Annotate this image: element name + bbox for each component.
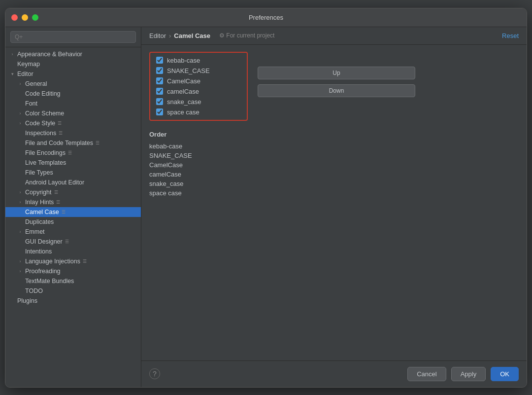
sidebar-item-code-editing[interactable]: Code Editing xyxy=(5,89,141,99)
checkbox-group: kebab-caseSNAKE_CASECamelCasecamelCasesn… xyxy=(149,52,248,121)
sidebar-item-keymap[interactable]: Keymap xyxy=(5,59,141,69)
sidebar-item-label: Copyright xyxy=(25,189,52,196)
breadcrumb-parent: Editor xyxy=(149,32,166,39)
sidebar-item-copyright[interactable]: Copyright xyxy=(5,187,141,197)
up-button[interactable]: Up xyxy=(258,67,415,79)
settings-icon xyxy=(66,149,73,156)
maximize-button[interactable] xyxy=(32,14,38,21)
sidebar-item-plugins[interactable]: Plugins xyxy=(5,296,141,306)
checkbox-space-case[interactable] xyxy=(156,108,163,115)
reset-button[interactable]: Reset xyxy=(502,32,519,39)
down-button[interactable]: Down xyxy=(258,84,415,97)
help-button[interactable]: ? xyxy=(149,368,160,379)
settings-icon xyxy=(94,140,101,146)
chevron-icon xyxy=(17,110,23,116)
checkbox-item-snake-case-upper[interactable]: SNAKE_CASE xyxy=(156,67,241,74)
close-button[interactable] xyxy=(11,14,18,21)
sidebar-item-label: Color Scheme xyxy=(25,110,64,117)
sidebar-item-camel-case[interactable]: Camel Case xyxy=(5,207,141,217)
checkbox-snake-case-lower[interactable] xyxy=(156,98,163,105)
checkbox-item-snake-case-lower[interactable]: snake_case xyxy=(156,98,241,106)
sidebar-item-label: Appearance & Behavior xyxy=(17,51,82,58)
order-buttons: Up Down xyxy=(258,67,519,97)
sidebar-item-gui-designer[interactable]: GUI Designer xyxy=(5,237,141,247)
sidebar-item-file-code-templates[interactable]: File and Code Templates xyxy=(5,138,141,148)
sidebar-item-label: Font xyxy=(25,100,37,107)
settings-icon xyxy=(57,130,64,137)
sidebar-item-proofreading[interactable]: Proofreading xyxy=(5,266,141,276)
checkbox-kebab-case[interactable] xyxy=(156,57,163,64)
checkbox-camel-case-upper[interactable] xyxy=(156,77,163,84)
sidebar-item-label: Proofreading xyxy=(25,268,61,275)
settings-icon xyxy=(60,209,67,215)
chevron-icon xyxy=(9,71,15,77)
cancel-button[interactable]: Cancel xyxy=(407,367,446,381)
checkbox-label: camelCase xyxy=(167,88,199,95)
breadcrumb-separator: › xyxy=(169,32,171,39)
checkbox-label: CamelCase xyxy=(167,77,200,85)
left-section: kebab-caseSNAKE_CASECamelCasecamelCasesn… xyxy=(149,52,248,354)
sidebar: Appearance & BehaviorKeymapEditorGeneral… xyxy=(5,27,141,387)
sidebar-item-color-scheme[interactable]: Color Scheme xyxy=(5,108,141,118)
footer: ? Cancel Apply OK xyxy=(141,360,527,387)
sidebar-item-font[interactable]: Font xyxy=(5,99,141,108)
chevron-icon xyxy=(17,120,23,126)
sidebar-item-file-encodings[interactable]: File Encodings xyxy=(5,148,141,158)
sidebar-item-label: Code Style xyxy=(25,120,55,127)
search-input[interactable] xyxy=(10,31,136,43)
checkbox-snake-case-upper[interactable] xyxy=(156,67,163,74)
traffic-lights xyxy=(11,14,38,21)
panel-body: kebab-caseSNAKE_CASECamelCasecamelCasesn… xyxy=(141,45,527,360)
sidebar-item-live-templates[interactable]: Live Templates xyxy=(5,158,141,168)
apply-button[interactable]: Apply xyxy=(451,367,486,381)
search-box xyxy=(5,27,141,47)
breadcrumb-current: Camel Case xyxy=(174,32,210,39)
minimize-button[interactable] xyxy=(22,14,28,21)
sidebar-item-code-style[interactable]: Code Style xyxy=(5,118,141,128)
sidebar-item-inspections[interactable]: Inspections xyxy=(5,128,141,138)
settings-icon xyxy=(81,258,88,265)
ok-button[interactable]: OK xyxy=(491,367,519,381)
checkbox-item-camel-case-lower[interactable]: camelCase xyxy=(156,88,241,95)
right-section: Up Down xyxy=(258,52,519,354)
sidebar-item-general[interactable]: General xyxy=(5,79,141,89)
for-project-link[interactable]: ⚙ For current project xyxy=(219,32,274,39)
sidebar-item-label: Live Templates xyxy=(25,159,66,166)
sidebar-item-language-injections[interactable]: Language Injections xyxy=(5,256,141,266)
settings-icon xyxy=(64,238,70,245)
sidebar-item-appearance-behavior[interactable]: Appearance & Behavior xyxy=(5,49,141,59)
sidebar-item-todo[interactable]: TODO xyxy=(5,286,141,296)
sidebar-item-label: Plugins xyxy=(17,297,37,304)
sidebar-item-label: Camel Case xyxy=(25,209,59,215)
chevron-icon xyxy=(17,268,23,274)
checkbox-item-space-case[interactable]: space case xyxy=(156,108,241,116)
sidebar-item-emmet[interactable]: Emmet xyxy=(5,227,141,237)
sidebar-item-label: GUI Designer xyxy=(25,238,63,245)
right-panel: Editor › Camel Case ⚙ For current projec… xyxy=(141,27,527,387)
checkbox-item-kebab-case[interactable]: kebab-case xyxy=(156,57,241,64)
sidebar-item-label: Emmet xyxy=(25,228,45,235)
sidebar-item-label: Code Editing xyxy=(25,90,61,97)
sidebar-item-textmate-bundles[interactable]: TextMate Bundles xyxy=(5,276,141,286)
chevron-icon xyxy=(17,229,23,235)
sidebar-item-label: File Encodings xyxy=(25,149,66,156)
sidebar-tree: Appearance & BehaviorKeymapEditorGeneral… xyxy=(5,47,141,387)
sidebar-item-file-types[interactable]: File Types xyxy=(5,168,141,178)
breadcrumb: Editor › Camel Case ⚙ For current projec… xyxy=(149,32,274,39)
chevron-icon xyxy=(9,51,15,57)
order-section: Order kebab-caseSNAKE_CASECamelCasecamel… xyxy=(149,131,248,197)
sidebar-item-label: Duplicates xyxy=(25,218,54,225)
title-bar: Preferences xyxy=(5,8,527,27)
sidebar-item-android-layout-editor[interactable]: Android Layout Editor xyxy=(5,178,141,187)
order-item: snake_case xyxy=(149,180,248,188)
sidebar-item-intentions[interactable]: Intentions xyxy=(5,247,141,256)
checkbox-camel-case-lower[interactable] xyxy=(156,88,163,95)
sidebar-item-inlay-hints[interactable]: Inlay Hints xyxy=(5,197,141,207)
panel-header: Editor › Camel Case ⚙ For current projec… xyxy=(141,27,527,45)
sidebar-item-label: File and Code Templates xyxy=(25,140,93,146)
sidebar-item-duplicates[interactable]: Duplicates xyxy=(5,217,141,227)
chevron-icon xyxy=(17,258,23,264)
checkbox-item-camel-case-upper[interactable]: CamelCase xyxy=(156,77,241,85)
chevron-icon xyxy=(17,81,23,87)
sidebar-item-editor[interactable]: Editor xyxy=(5,69,141,79)
